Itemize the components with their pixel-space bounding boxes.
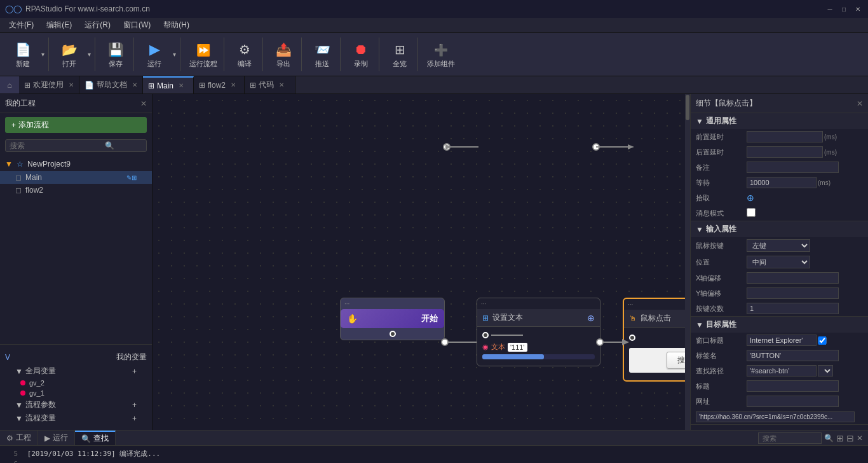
bottom-tab-project[interactable]: ⚙ 工程 xyxy=(0,431,38,445)
menu-help[interactable]: 帮助(H) xyxy=(157,18,196,32)
bottom-search-option2-button[interactable]: ⊟ xyxy=(846,433,854,443)
toolbar-overview-button[interactable]: 全览 xyxy=(384,38,415,71)
tab-flow2[interactable]: ⊞ flow2 ✕ xyxy=(194,76,245,93)
run-dropdown-button[interactable] xyxy=(171,51,177,58)
toolbar-export-button[interactable]: 导出 xyxy=(268,38,299,71)
wintitle-input[interactable] xyxy=(747,335,817,346)
postdelay-unit: (ms) xyxy=(824,149,837,156)
menu-edit[interactable]: 编辑(E) xyxy=(40,18,78,32)
msgmode-checkbox[interactable] xyxy=(747,208,756,217)
titleprop-label: 标题 xyxy=(696,382,747,391)
toolbar-new-button[interactable]: 新建 xyxy=(8,38,38,71)
position-select[interactable]: 中间 左上 xyxy=(747,256,810,268)
tagname-input[interactable] xyxy=(747,350,839,361)
flow-vars-header[interactable]: ▼ 流程变量 + xyxy=(5,411,147,425)
bottom-search-options-button[interactable]: ⊞ xyxy=(836,433,844,443)
bottom-tab-run[interactable]: ▶ 运行 xyxy=(38,431,75,445)
toolbar-run-button[interactable]: 运行 xyxy=(139,38,170,71)
chevron-down-icon xyxy=(41,51,44,58)
add-global-var-button[interactable]: + xyxy=(132,367,137,376)
open-dropdown-button[interactable] xyxy=(86,51,92,58)
menu-window[interactable]: 窗口(W) xyxy=(117,18,157,32)
bottom-search-close-button[interactable]: ✕ xyxy=(857,434,863,443)
mousekey-select[interactable]: 左键 右键 中键 xyxy=(747,239,810,252)
tree-item-main[interactable]: ◻ Main ✎⊞ xyxy=(0,171,152,184)
pickup-cross-button[interactable]: ⊕ xyxy=(747,193,754,203)
tab-flow2-label: flow2 xyxy=(208,81,226,90)
prop-row-xoffset: X轴偏移 xyxy=(691,270,868,286)
tab-main-close[interactable]: ✕ xyxy=(179,82,184,89)
msgmode-label: 消息模式 xyxy=(696,209,747,218)
tree-flow2-label: flow2 xyxy=(25,186,43,195)
xoffset-input[interactable] xyxy=(747,272,839,284)
postdelay-input[interactable] xyxy=(747,146,823,158)
compile-icon xyxy=(239,40,250,58)
clickcount-input[interactable] xyxy=(747,303,839,314)
tab-code-close[interactable]: ✕ xyxy=(279,81,284,88)
project-item[interactable]: ▼ ☆ NewProject9 xyxy=(0,157,152,171)
add-flow-param-button[interactable]: + xyxy=(132,401,137,410)
maximize-button[interactable]: □ xyxy=(839,4,849,14)
toolbar-runflow-button[interactable]: 运行流程 xyxy=(186,38,221,71)
add-flow-button[interactable]: + 添加流程 xyxy=(5,117,147,133)
yoffset-input[interactable] xyxy=(747,287,839,299)
settext-node[interactable]: ··· ⊞ 设置文本 ⊕ ◉ 文本 '111' xyxy=(477,298,600,366)
tree-item-flow2[interactable]: ◻ flow2 xyxy=(0,184,152,197)
find-tab-icon: 🔍 xyxy=(81,434,91,443)
postdelay-label: 后置延时 xyxy=(696,148,747,157)
tab-help[interactable]: 📄 帮助文档 ✕ xyxy=(79,76,143,93)
bottom-search-input[interactable] xyxy=(758,432,822,444)
titleprop-input[interactable] xyxy=(747,380,839,392)
tab-welcome-close[interactable]: ✕ xyxy=(69,81,74,88)
log-line-6: 6 xyxy=(5,459,863,463)
input-props-title[interactable]: ▼ 输入属性 xyxy=(691,221,868,237)
bottom-panel: ⚙ 工程 ▶ 运行 🔍 查找 🔍 ⊞ ⊟ ✕ 5 [2019/01/03 11:… xyxy=(0,430,868,463)
settext-add-button[interactable]: ⊕ xyxy=(587,313,595,323)
tab-flow2-close[interactable]: ✕ xyxy=(231,81,236,88)
flow-params-header[interactable]: ▼ 流程参数 + xyxy=(5,398,147,411)
toolbar-open-button[interactable]: 打开 xyxy=(54,38,85,71)
wait-input[interactable] xyxy=(747,177,817,188)
sidebar-title: 我的工程 xyxy=(5,98,36,109)
right-panel-close-button[interactable]: ✕ xyxy=(857,99,863,108)
tab-welcome[interactable]: ⊞ 欢迎使用 ✕ xyxy=(19,76,79,93)
start-output-connector[interactable] xyxy=(390,331,396,337)
findpath-select[interactable] xyxy=(818,365,833,377)
menu-run[interactable]: 运行(R) xyxy=(78,18,117,32)
start-node[interactable]: ··· ✋ 开始 xyxy=(340,298,445,340)
add-flow-var-button[interactable]: + xyxy=(132,414,137,423)
global-vars-header[interactable]: ▼ 全局变量 + xyxy=(5,364,147,378)
toolbar-addcomp-button[interactable]: 添加组件 xyxy=(423,38,459,71)
bottom-tab-find[interactable]: 🔍 查找 xyxy=(75,431,116,445)
my-variables-header[interactable]: V 我的变量 xyxy=(5,350,147,364)
note-input[interactable] xyxy=(747,162,839,173)
toolbar-compile-button[interactable]: 编译 xyxy=(229,38,260,71)
url-value-input[interactable] xyxy=(696,411,855,422)
toolbar-record-button[interactable]: 录制 xyxy=(346,38,376,71)
svg-point-7 xyxy=(442,339,448,345)
target-props-title[interactable]: ▼ 目标属性 xyxy=(691,317,868,333)
toolbar-send-button[interactable]: 推送 xyxy=(307,38,337,71)
search-input[interactable] xyxy=(10,141,105,150)
predelay-input[interactable] xyxy=(747,131,823,142)
findpath-input[interactable] xyxy=(747,365,817,377)
general-props-title[interactable]: ▼ 通用属性 xyxy=(691,113,868,129)
minimize-button[interactable]: ─ xyxy=(825,4,835,14)
menu-file[interactable]: 文件(F) xyxy=(3,18,40,32)
mousekey-label: 鼠标按键 xyxy=(696,241,747,251)
tab-help-close[interactable]: ✕ xyxy=(132,81,137,88)
tab-code[interactable]: ⊞ 代码 ✕ xyxy=(245,76,295,93)
run-tab-label: 运行 xyxy=(53,432,68,443)
canvas-scrollbar-thumb[interactable] xyxy=(686,95,689,120)
tab-main[interactable]: ⊞ Main ✕ xyxy=(143,76,194,93)
url-input[interactable] xyxy=(747,396,839,407)
mouseclick-node[interactable]: ··· 🖱 鼠标点击 ⊕ ▷ 搜索 xyxy=(623,298,690,382)
sidebar-close-button[interactable]: ✕ xyxy=(140,99,147,108)
wintitle-checkbox[interactable] xyxy=(818,336,827,345)
close-window-button[interactable]: ✕ xyxy=(853,4,863,14)
toolbar-save-button[interactable]: 保存 xyxy=(100,38,131,71)
canvas-scrollbar[interactable] xyxy=(685,94,690,430)
new-dropdown-button[interactable] xyxy=(39,51,46,58)
canvas-area[interactable]: ··· ✋ 开始 ··· ⊞ 设置文本 ⊕ xyxy=(153,94,690,430)
tab-home-button[interactable]: ⌂ xyxy=(0,76,19,93)
